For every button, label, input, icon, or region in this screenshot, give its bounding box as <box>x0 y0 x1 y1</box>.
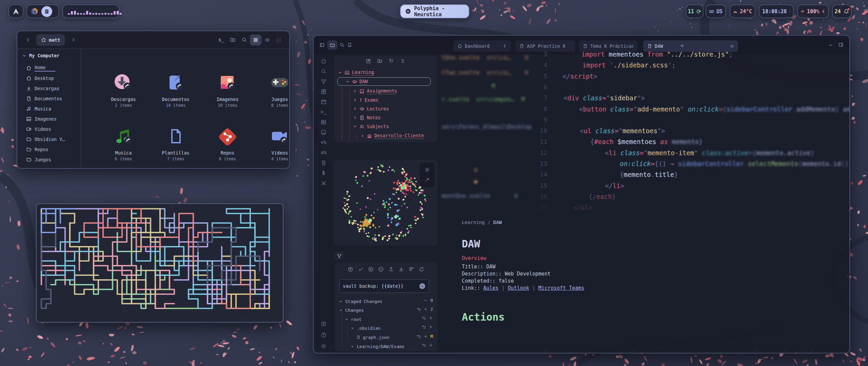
git-panel-toggle-button[interactable] <box>334 251 344 260</box>
sidebar-item-repos[interactable]: Repos <box>22 144 81 155</box>
git-stage-button[interactable] <box>423 334 428 339</box>
ribbon-swords-button[interactable] <box>318 178 329 188</box>
search-tab-button[interactable] <box>339 42 344 47</box>
sidebar-item-imagenes[interactable]: Imagenes <box>22 114 81 124</box>
git-stage-button[interactable] <box>423 307 428 311</box>
workspace-firefox[interactable] <box>31 7 38 15</box>
tray-volume[interactable]: 100% <box>797 4 829 18</box>
folder-repos[interactable]: Repos 6 items <box>206 126 249 161</box>
git-discard-button[interactable] <box>422 316 426 320</box>
sidebar-item-descargas[interactable]: Descargas <box>22 83 81 94</box>
tree-item-lectures[interactable]: Lectures <box>353 105 389 113</box>
ribbon-gear-button[interactable] <box>318 341 329 351</box>
explorer-sort-button[interactable] <box>389 58 394 64</box>
git-circle-up-button[interactable] <box>348 266 353 272</box>
folder-musica[interactable]: Musica 6 items <box>102 126 145 161</box>
tree-item-learning[interactable]: Learning <box>338 68 374 77</box>
commit-message-input[interactable]: vault backup: {{date}} ✕ <box>339 279 429 293</box>
git-row-.obsidian[interactable]: .obsidian <box>351 324 380 332</box>
explorer-collapse-button[interactable] <box>400 58 406 64</box>
tree-item-assignments[interactable]: Assignments <box>353 87 397 95</box>
sidebar-item-musica[interactable]: Musica <box>22 104 81 114</box>
git-row-root[interactable]: root <box>345 316 361 323</box>
launcher-button[interactable] <box>8 4 23 18</box>
explorer-tab-button[interactable] <box>327 40 337 50</box>
sidebar-item-home[interactable]: Home <box>22 63 81 73</box>
open-terminal-button[interactable]: $_ <box>215 35 227 45</box>
back-button[interactable] <box>22 35 34 45</box>
git-check-button[interactable] <box>358 266 363 272</box>
tree-item-notes[interactable]: Notes <box>353 114 381 122</box>
now-playing-pill[interactable]: Polyphia - Neurotica <box>400 4 469 18</box>
tray-clock[interactable]: 18:08:28 <box>759 4 794 18</box>
sidebar-item-videos[interactable]: Videos <box>22 124 81 134</box>
sidebar-item-juegos[interactable]: Juegos <box>22 155 81 165</box>
graph-filter-button[interactable] <box>425 177 430 183</box>
folder-imagenes[interactable]: Imagenes 10 items <box>206 73 249 108</box>
git-discard-button[interactable] <box>417 334 421 339</box>
ribbon-gamepad-button[interactable] <box>318 147 329 158</box>
git-stage-button[interactable] <box>429 343 433 347</box>
note-link-microsoft-teams[interactable]: Microsoft Teams <box>538 285 584 291</box>
git-discard-button[interactable] <box>422 325 426 329</box>
note-breadcrumb[interactable]: Learning / DAW <box>462 220 502 225</box>
graph-view-panel[interactable] <box>334 160 437 246</box>
git-stage-button[interactable] <box>429 325 433 329</box>
tray-notifications[interactable]: 24 <box>832 4 852 18</box>
ribbon-layout-grid-button[interactable] <box>318 86 329 97</box>
search-button[interactable] <box>238 35 250 45</box>
ribbon-vault-button[interactable] <box>318 319 329 329</box>
git-discard-button[interactable] <box>417 307 421 311</box>
clear-commit-message-button[interactable]: ✕ <box>419 283 425 289</box>
git-unstage-button[interactable] <box>423 298 428 303</box>
workspace-active[interactable] <box>41 6 52 17</box>
folder-descargas[interactable]: Descargas 2 items <box>102 73 145 108</box>
sidebar-item-desktop[interactable]: Desktop <box>22 73 81 83</box>
ribbon-dollar-button[interactable]: $ <box>318 168 329 178</box>
folder-videos[interactable]: Videos 4 items <box>258 126 290 161</box>
ribbon-git-fork-button[interactable] <box>318 76 329 86</box>
note-link-aules[interactable]: Aules <box>483 285 498 291</box>
git-row-staged-changes[interactable]: Staged Changes <box>339 298 382 305</box>
ribbon-help-button[interactable] <box>318 330 329 340</box>
git-download2-button[interactable] <box>398 266 404 272</box>
ribbon-table-button[interactable] <box>318 117 329 127</box>
git-circle-minus-button[interactable] <box>378 266 384 272</box>
git-upload-button[interactable] <box>388 266 394 272</box>
ribbon-book-button[interactable] <box>318 127 329 137</box>
ribbon-home-button[interactable] <box>318 56 329 66</box>
git-row-learning-daw-exams[interactable]: Learning/DAW/Exams <box>351 343 405 350</box>
obsidian-window[interactable]: Dashboard ASP Practice 6 Tema 6 Práctica… <box>313 35 850 353</box>
graph-settings-button[interactable] <box>425 167 430 172</box>
explorer-edit-button[interactable] <box>366 58 371 64</box>
tray-weather[interactable]: 24°C <box>730 4 755 18</box>
ribbon-calendar-button[interactable] <box>318 97 329 107</box>
folder-plantillas[interactable]: Plantillas 7 items <box>154 126 197 161</box>
file-manager-window[interactable]: matt $_ My Computer Home Desktop Descarg… <box>17 30 290 169</box>
new-folder-button[interactable] <box>227 35 238 45</box>
git-row-graph.json[interactable]: graph.json <box>356 333 389 341</box>
ribbon-template-button[interactable]: <% <box>318 137 329 147</box>
sidebar-item-documentos[interactable]: Documentos <box>22 94 81 104</box>
breadcrumb[interactable]: matt <box>36 34 65 46</box>
tree-item-exams[interactable]: ! Exams <box>353 96 378 104</box>
toggle-left-sidebar-button[interactable] <box>319 42 325 48</box>
git-stage-button[interactable] <box>429 316 433 320</box>
tree-item-desarrollo-cliente[interactable]: Desarrollo-Cliente <box>360 132 424 140</box>
sidebar-item-clipped[interactable] <box>22 165 81 169</box>
bookmarks-tab-button[interactable] <box>347 42 352 47</box>
git-refresh-button[interactable] <box>419 266 425 272</box>
sidebar-item-obsidian-v-[interactable]: Obsidian V… <box>22 134 81 144</box>
list-view-button[interactable] <box>261 35 273 45</box>
folder-documentos[interactable]: Documentos 14 items <box>154 73 197 108</box>
git-row-changes[interactable]: Changes <box>339 306 364 314</box>
note-view[interactable]: Learning / DAW DAW Overview Title:: DAWD… <box>439 217 849 353</box>
tray-keyboard-layout[interactable]: US <box>706 4 726 18</box>
forward-button[interactable] <box>68 35 79 45</box>
tree-item-subjects[interactable]: Subjects <box>353 122 389 130</box>
explorer-folder-plus-button[interactable] <box>377 58 382 64</box>
sidebar-section-my-computer[interactable]: My Computer <box>22 53 81 58</box>
ribbon-search-button[interactable] <box>318 66 329 76</box>
git-list-details-button[interactable] <box>409 266 414 272</box>
git-circle-plus-button[interactable] <box>368 266 374 272</box>
